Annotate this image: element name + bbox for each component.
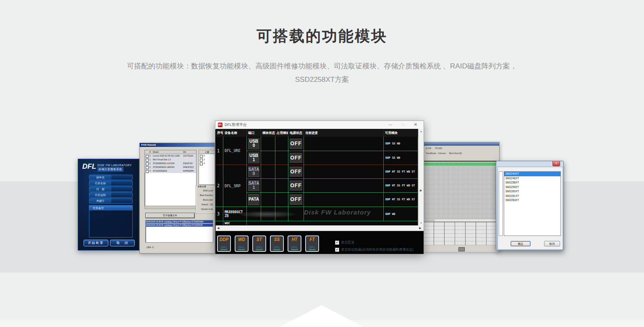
scroll-left-icon[interactable]: ◄ — [217, 225, 220, 231]
task-desc-field[interactable]: 任务说明 — [89, 192, 133, 198]
maximize-button[interactable]: □ — [397, 121, 409, 129]
raid-rebuild-window: RAID Rebuild # Model SN 0Lenovo SSD SL70… — [139, 143, 215, 254]
module-button-wd[interactable]: WDDFL — [235, 235, 249, 252]
power-status: OFF — [290, 153, 302, 163]
cancel-button[interactable]: 取 消 — [110, 240, 135, 246]
port-row[interactable]: SATA0 OFF DDP HT SS FT WD ST — [247, 165, 418, 179]
hide-right-option[interactable]: ✔是否靠右隐藏(启动模块后将自动隐藏到屏幕右边) — [335, 247, 414, 251]
scan-titlebar[interactable] — [422, 142, 499, 146]
dialog-close-icon[interactable]: ✕ — [552, 161, 560, 166]
disk-checkbox[interactable] — [146, 159, 149, 162]
port-tile: SATA1 — [248, 180, 259, 191]
app-icon: DFL — [218, 123, 223, 127]
module-button-ht[interactable]: HTDFL — [288, 235, 301, 252]
disk-row[interactable]: 0Lenovo SSD SL700 M.2 128GCSLTN128... — [145, 154, 196, 158]
chip-item[interactable]: SM2263XT — [504, 198, 560, 203]
power-status: OFF — [290, 181, 302, 190]
operator-field[interactable]: 操作员 — [89, 175, 133, 180]
always-on-top-option[interactable]: ✔是否置顶 — [335, 240, 354, 244]
chip-item[interactable]: SM2258XT — [504, 181, 560, 185]
raid-log-list[interactable]: 2019/10/25 18:36:45 当前磁盘已经存在不可重复添加:ST200… — [145, 220, 213, 243]
checkbox-checked-icon[interactable]: ✔ — [335, 248, 339, 252]
disk-checkbox[interactable] — [146, 155, 149, 158]
dfl-mini-logo: DFL — [273, 246, 280, 250]
page-title: 可搭载的功能模块 — [0, 26, 644, 47]
cancel-button[interactable]: 取消 — [544, 241, 560, 246]
chip-item[interactable]: SM2259XT — [504, 185, 560, 190]
disk-checkbox[interactable] — [146, 162, 149, 165]
port-tile: USB1 — [248, 152, 259, 164]
device-group-row-partial[interactable]: WDC — [216, 221, 418, 225]
manager-title: DFL管理平台 — [225, 121, 247, 129]
module-button-ft[interactable]: FTDFL — [305, 235, 319, 252]
legend-swatch — [458, 247, 465, 251]
dfl-logo-product: 存储介质预检系统 — [97, 167, 123, 172]
disk-checkbox[interactable] — [146, 170, 149, 173]
scan-good-sectors-row — [423, 162, 498, 166]
disk-checkbox[interactable] — [146, 166, 149, 169]
target-row[interactable]: 3 — [199, 158, 215, 162]
log-line[interactable]: 2019/10/25 18:36:45 当前磁盘已经存在不可重复添加:ST310… — [146, 224, 213, 227]
chip-select-dialog: ✕ SM2244XT SM2246XT SM2258XT SM2259XT SM… — [496, 161, 564, 251]
module-button-ss[interactable]: SSDFL — [270, 235, 284, 252]
start-check-button[interactable]: 开始检查 — [84, 240, 108, 246]
port-row[interactable]: USB0 OFF DDP SS WD — [247, 137, 418, 151]
scroll-up-icon[interactable]: ▲ — [419, 129, 424, 134]
page-subtitle: 可搭配的功能模块：数据恢复功能模块、高级固件维修功能模块、司法取证模块、存储介质… — [0, 60, 644, 86]
scroll-right-icon[interactable]: ► — [419, 225, 422, 231]
scan-toolbar-text-1: st GiB PO,E30 — [426, 147, 442, 149]
device-group-row[interactable]: 1 DFL_URE USB0 OFF DDP SS WD USB1 OFF DD… — [216, 137, 418, 165]
chip-item[interactable]: SM2261XT — [504, 194, 560, 199]
chip-model-list[interactable]: SM2244XT SM2246XT SM2258XT SM2259XT SM22… — [504, 171, 561, 236]
ok-button[interactable]: 确定 — [510, 241, 531, 246]
target-checkbox[interactable] — [200, 159, 203, 162]
sector-map-grid — [423, 166, 498, 219]
module-button-st[interactable]: STDFL — [252, 235, 266, 252]
dfl-mini-logo: DFL — [309, 246, 316, 250]
chip-item-selected[interactable]: SM2244XT — [504, 172, 560, 176]
dfl-mini-logo: DFL — [256, 246, 263, 250]
target-checkbox[interactable] — [200, 155, 203, 158]
chip-item[interactable]: SM2246XT — [504, 176, 560, 181]
module-button-ddp[interactable]: DDPDFL — [217, 235, 231, 252]
dialog-body: SM2244XT SM2246XT SM2258XT SM2259XT SM22… — [497, 167, 563, 250]
log-line[interactable]: 2019/10/25 18:36:45 当前磁盘已经存在不可重复添加:ST200… — [146, 220, 213, 223]
task-name-field[interactable]: 任务名称 — [89, 181, 133, 186]
grid-label-tag — [424, 220, 435, 221]
chip-item[interactable]: SM2260XT — [504, 189, 560, 194]
power-status: OFF — [290, 194, 302, 205]
scroll-down-icon[interactable]: ▼ — [419, 220, 424, 225]
task-notes-header: 任务备注 — [89, 205, 133, 210]
disk-row[interactable]: 1Msft Virtual Disk 1.0 — [145, 158, 196, 162]
raid-target-list[interactable]: 0 3 4 — [199, 154, 215, 185]
target-row[interactable]: 0 — [199, 154, 215, 158]
checkbox-checked-icon[interactable]: ✔ — [335, 241, 339, 245]
manager-titlebar[interactable]: DFL DFL管理平台 — □ ✕ — [215, 121, 424, 129]
power-status: OFF — [290, 139, 302, 149]
secondary-list[interactable] — [499, 171, 503, 236]
port-row[interactable]: USB1 OFF DDP SS WD — [247, 151, 418, 165]
task-desc-label: 任务说明 — [89, 193, 111, 197]
open-image-button[interactable]: 打开镜像文件 — [145, 213, 195, 218]
disk-row[interactable]: 3ST2000DM001-1ER164W4E1P3QY — [145, 165, 196, 169]
raid-list-hscrollbar[interactable] — [144, 206, 196, 209]
disk-row[interactable]: 2ST2000DM001-1CH164Z1E26Y52 — [145, 162, 196, 165]
close-button[interactable]: ✕ — [409, 121, 422, 129]
date-field[interactable]: 日 期 — [89, 186, 133, 192]
vertical-scrollbar[interactable]: ▲ ▼ — [418, 129, 424, 225]
horizontal-scrollbar[interactable]: ◄ ► — [216, 225, 424, 231]
target-checkbox[interactable] — [200, 162, 203, 165]
device-group-row[interactable]: 2 DFL_SRP SATA0 OFF DDP HT SS FT WD ST S… — [216, 165, 418, 207]
raid-titlebar[interactable]: RAID Rebuild — [140, 143, 215, 147]
port-row[interactable]: SATA1 OFF DDP HT SS FT WD ST — [247, 179, 418, 192]
port-row[interactable]: PATA OFF DDP HT SS FT WD ST — [247, 193, 418, 207]
raid-disk-list[interactable]: # Model SN 0Lenovo SSD SL700 M.2 128GCSL… — [144, 150, 196, 206]
power-status: OFF — [290, 167, 302, 177]
target-row[interactable]: 4 — [199, 162, 215, 165]
keyword-field[interactable]: 关键字 — [89, 198, 133, 204]
disk-row[interactable]: 4ST31000528AS6VP8SZMH — [145, 169, 196, 173]
minimize-button[interactable]: — — [384, 121, 397, 129]
raid-list-header: # Model SN — [145, 150, 196, 154]
collapse-chevrons-icon[interactable]: » — [419, 188, 422, 193]
task-notes-textarea[interactable] — [89, 210, 133, 238]
